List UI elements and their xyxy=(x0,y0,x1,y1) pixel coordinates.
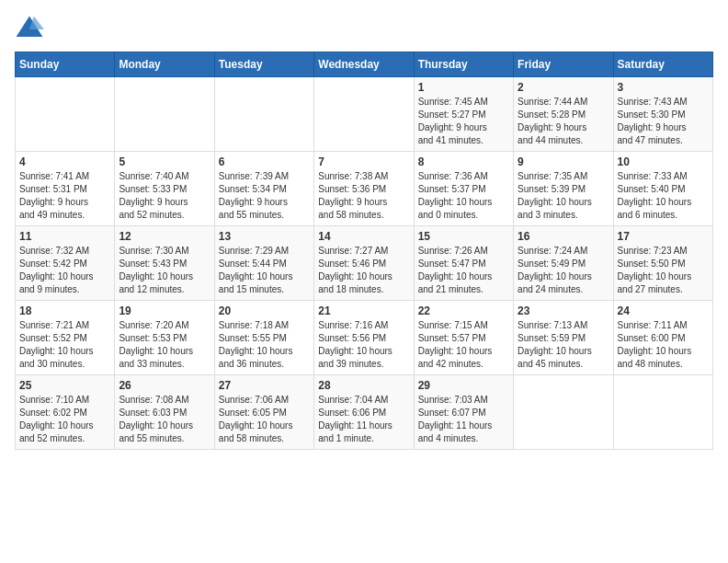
day-info: Sunrise: 7:16 AM Sunset: 5:56 PM Dayligh… xyxy=(318,319,409,371)
day-info: Sunrise: 7:35 AM Sunset: 5:39 PM Dayligh… xyxy=(518,170,609,222)
calendar-cell: 15Sunrise: 7:26 AM Sunset: 5:47 PM Dayli… xyxy=(414,226,513,301)
svg-marker-1 xyxy=(29,17,44,29)
day-info: Sunrise: 7:21 AM Sunset: 5:52 PM Dayligh… xyxy=(19,319,110,371)
calendar-header: SundayMondayTuesdayWednesdayThursdayFrid… xyxy=(16,52,713,77)
day-info: Sunrise: 7:10 AM Sunset: 6:02 PM Dayligh… xyxy=(19,394,110,445)
day-info: Sunrise: 7:20 AM Sunset: 5:53 PM Dayligh… xyxy=(119,319,210,371)
day-number: 5 xyxy=(119,155,210,168)
day-info: Sunrise: 7:32 AM Sunset: 5:42 PM Dayligh… xyxy=(19,245,110,296)
day-info: Sunrise: 7:26 AM Sunset: 5:47 PM Dayligh… xyxy=(418,245,509,296)
calendar-cell xyxy=(115,77,214,152)
calendar-cell: 7Sunrise: 7:38 AM Sunset: 5:36 PM Daylig… xyxy=(314,152,414,226)
day-number: 16 xyxy=(518,230,609,243)
day-info: Sunrise: 7:03 AM Sunset: 6:07 PM Dayligh… xyxy=(418,394,509,445)
day-number: 27 xyxy=(219,379,310,392)
calendar-cell xyxy=(214,77,313,152)
calendar-cell: 17Sunrise: 7:23 AM Sunset: 5:50 PM Dayli… xyxy=(613,226,712,301)
calendar-cell: 12Sunrise: 7:30 AM Sunset: 5:43 PM Dayli… xyxy=(115,226,214,301)
day-info: Sunrise: 7:29 AM Sunset: 5:44 PM Dayligh… xyxy=(219,245,310,296)
day-info: Sunrise: 7:36 AM Sunset: 5:37 PM Dayligh… xyxy=(418,170,509,222)
day-info: Sunrise: 7:33 AM Sunset: 5:40 PM Dayligh… xyxy=(618,170,709,222)
day-number: 9 xyxy=(518,155,609,168)
calendar-cell: 22Sunrise: 7:15 AM Sunset: 5:57 PM Dayli… xyxy=(414,301,513,375)
calendar-cell: 19Sunrise: 7:20 AM Sunset: 5:53 PM Dayli… xyxy=(115,301,214,375)
day-info: Sunrise: 7:04 AM Sunset: 6:06 PM Dayligh… xyxy=(318,394,409,445)
day-info: Sunrise: 7:43 AM Sunset: 5:30 PM Dayligh… xyxy=(618,96,709,147)
day-number: 26 xyxy=(119,379,210,392)
calendar-cell: 1Sunrise: 7:45 AM Sunset: 5:27 PM Daylig… xyxy=(414,77,513,152)
header-day: Saturday xyxy=(613,52,712,77)
day-number: 22 xyxy=(418,304,509,317)
calendar-cell xyxy=(314,77,414,152)
day-number: 8 xyxy=(418,155,509,168)
calendar-body: 1Sunrise: 7:45 AM Sunset: 5:27 PM Daylig… xyxy=(16,77,713,450)
calendar-cell xyxy=(16,77,115,152)
header-day: Friday xyxy=(514,52,613,77)
day-info: Sunrise: 7:23 AM Sunset: 5:50 PM Dayligh… xyxy=(618,245,709,296)
calendar-cell: 11Sunrise: 7:32 AM Sunset: 5:42 PM Dayli… xyxy=(16,226,115,301)
day-info: Sunrise: 7:11 AM Sunset: 6:00 PM Dayligh… xyxy=(618,319,709,371)
day-number: 1 xyxy=(418,81,509,94)
day-number: 18 xyxy=(19,304,110,317)
day-number: 21 xyxy=(318,304,409,317)
calendar-week-row: 4Sunrise: 7:41 AM Sunset: 5:31 PM Daylig… xyxy=(16,152,713,226)
header-row: SundayMondayTuesdayWednesdayThursdayFrid… xyxy=(16,52,713,77)
day-number: 11 xyxy=(19,230,110,243)
calendar-cell: 3Sunrise: 7:43 AM Sunset: 5:30 PM Daylig… xyxy=(613,77,712,152)
day-number: 12 xyxy=(119,230,210,243)
day-number: 7 xyxy=(318,155,409,168)
day-info: Sunrise: 7:08 AM Sunset: 6:03 PM Dayligh… xyxy=(119,394,210,445)
day-info: Sunrise: 7:13 AM Sunset: 5:59 PM Dayligh… xyxy=(518,319,609,371)
calendar-cell: 24Sunrise: 7:11 AM Sunset: 6:00 PM Dayli… xyxy=(613,301,712,375)
day-info: Sunrise: 7:39 AM Sunset: 5:34 PM Dayligh… xyxy=(219,170,310,222)
day-number: 10 xyxy=(618,155,709,168)
day-info: Sunrise: 7:44 AM Sunset: 5:28 PM Dayligh… xyxy=(518,96,609,147)
calendar-cell: 26Sunrise: 7:08 AM Sunset: 6:03 PM Dayli… xyxy=(115,375,214,450)
day-number: 23 xyxy=(518,304,609,317)
calendar-cell xyxy=(613,375,712,450)
calendar-cell: 8Sunrise: 7:36 AM Sunset: 5:37 PM Daylig… xyxy=(414,152,513,226)
logo xyxy=(15,15,48,40)
header-day: Sunday xyxy=(16,52,115,77)
calendar-cell: 9Sunrise: 7:35 AM Sunset: 5:39 PM Daylig… xyxy=(514,152,613,226)
calendar-week-row: 11Sunrise: 7:32 AM Sunset: 5:42 PM Dayli… xyxy=(16,226,713,301)
day-number: 19 xyxy=(119,304,210,317)
day-info: Sunrise: 7:30 AM Sunset: 5:43 PM Dayligh… xyxy=(119,245,210,296)
header-day: Thursday xyxy=(414,52,513,77)
day-info: Sunrise: 7:45 AM Sunset: 5:27 PM Dayligh… xyxy=(418,96,509,147)
day-number: 25 xyxy=(19,379,110,392)
day-number: 14 xyxy=(318,230,409,243)
day-number: 13 xyxy=(219,230,310,243)
calendar-cell: 4Sunrise: 7:41 AM Sunset: 5:31 PM Daylig… xyxy=(16,152,115,226)
day-info: Sunrise: 7:38 AM Sunset: 5:36 PM Dayligh… xyxy=(318,170,409,222)
header xyxy=(15,15,713,40)
day-number: 20 xyxy=(219,304,310,317)
day-info: Sunrise: 7:41 AM Sunset: 5:31 PM Dayligh… xyxy=(19,170,110,222)
calendar-cell: 16Sunrise: 7:24 AM Sunset: 5:49 PM Dayli… xyxy=(514,226,613,301)
day-number: 24 xyxy=(618,304,709,317)
calendar-cell: 2Sunrise: 7:44 AM Sunset: 5:28 PM Daylig… xyxy=(514,77,613,152)
calendar-cell: 21Sunrise: 7:16 AM Sunset: 5:56 PM Dayli… xyxy=(314,301,414,375)
day-number: 6 xyxy=(219,155,310,168)
day-number: 15 xyxy=(418,230,509,243)
day-number: 17 xyxy=(618,230,709,243)
calendar-cell: 27Sunrise: 7:06 AM Sunset: 6:05 PM Dayli… xyxy=(214,375,313,450)
day-info: Sunrise: 7:24 AM Sunset: 5:49 PM Dayligh… xyxy=(518,245,609,296)
day-number: 28 xyxy=(318,379,409,392)
day-info: Sunrise: 7:15 AM Sunset: 5:57 PM Dayligh… xyxy=(418,319,509,371)
calendar-cell: 20Sunrise: 7:18 AM Sunset: 5:55 PM Dayli… xyxy=(214,301,313,375)
calendar-cell: 25Sunrise: 7:10 AM Sunset: 6:02 PM Dayli… xyxy=(16,375,115,450)
calendar-week-row: 18Sunrise: 7:21 AM Sunset: 5:52 PM Dayli… xyxy=(16,301,713,375)
day-number: 4 xyxy=(19,155,110,168)
calendar-week-row: 1Sunrise: 7:45 AM Sunset: 5:27 PM Daylig… xyxy=(16,77,713,152)
day-info: Sunrise: 7:06 AM Sunset: 6:05 PM Dayligh… xyxy=(219,394,310,445)
calendar-cell: 13Sunrise: 7:29 AM Sunset: 5:44 PM Dayli… xyxy=(214,226,313,301)
calendar-cell xyxy=(514,375,613,450)
day-number: 2 xyxy=(518,81,609,94)
day-info: Sunrise: 7:27 AM Sunset: 5:46 PM Dayligh… xyxy=(318,245,409,296)
header-day: Monday xyxy=(115,52,214,77)
calendar-cell: 10Sunrise: 7:33 AM Sunset: 5:40 PM Dayli… xyxy=(613,152,712,226)
header-day: Wednesday xyxy=(314,52,414,77)
calendar-table: SundayMondayTuesdayWednesdayThursdayFrid… xyxy=(15,52,713,450)
day-number: 3 xyxy=(618,81,709,94)
